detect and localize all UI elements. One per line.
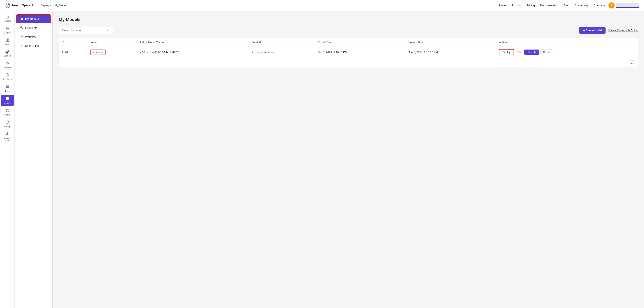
sidebar-label-deploy: Deploy bbox=[4, 102, 10, 104]
sidebar-label-models: Models bbox=[4, 20, 11, 22]
cell-version: v0-Thu Jun 06 03:16:14 GMT 20... bbox=[137, 47, 248, 58]
table-row: 1170 hf_model v0-Thu Jun 06 03:16:14 GMT… bbox=[59, 47, 638, 58]
svg-rect-17 bbox=[6, 98, 9, 99]
svg-rect-15 bbox=[6, 88, 9, 88]
search-icon bbox=[107, 29, 110, 32]
job-store-icon bbox=[6, 73, 9, 77]
sidebar-item-models[interactable]: ⊞ Models bbox=[1, 13, 14, 24]
nav-community[interactable]: Community bbox=[574, 4, 588, 7]
svg-rect-18 bbox=[6, 99, 9, 100]
studio-icon bbox=[6, 38, 9, 43]
sidebar-label-train: Train bbox=[5, 90, 10, 92]
svg-rect-13 bbox=[6, 86, 9, 86]
nav-documentation[interactable]: Documentation bbox=[540, 4, 558, 7]
sidebar-item-job-store[interactable]: Job Store bbox=[1, 71, 14, 82]
user-name-area bbox=[616, 3, 639, 8]
svg-point-19 bbox=[7, 110, 8, 111]
svg-rect-16 bbox=[6, 97, 9, 98]
launch-icon: 🚀 bbox=[5, 50, 10, 54]
sidebar-item-share-earn[interactable]: Share & Earn bbox=[1, 130, 14, 144]
sidebar-item-studio[interactable]: Studio bbox=[1, 36, 14, 48]
table-body: 1170 hf_model v0-Thu Jun 06 03:16:14 GMT… bbox=[59, 47, 638, 58]
svg-point-29 bbox=[7, 132, 8, 134]
nav-company[interactable]: Company bbox=[594, 4, 605, 7]
nav-product[interactable]: Product bbox=[512, 4, 521, 7]
sidebar-label-storage: Storage bbox=[4, 125, 11, 128]
create-model-cli-button[interactable]: Create Model with CLI ↗ bbox=[608, 29, 638, 32]
deploy-button[interactable]: Deploy bbox=[499, 49, 514, 55]
breadcrumb: Deploy ▾ / My Models bbox=[40, 4, 68, 7]
models-table: ID Name Latest Model Version Created Cre… bbox=[59, 38, 638, 58]
search-input[interactable] bbox=[62, 29, 105, 32]
breadcrumb-dropdown-icon: ▾ bbox=[50, 4, 52, 7]
avatar[interactable]: T bbox=[608, 2, 614, 9]
svg-point-20 bbox=[6, 109, 6, 110]
svg-point-21 bbox=[8, 109, 9, 110]
top-navigation: TensorOpera AI Deploy ▾ / My Models Home… bbox=[0, 0, 644, 11]
create-model-button[interactable]: + Create Model bbox=[579, 27, 606, 34]
share-earn-icon bbox=[6, 132, 9, 136]
svg-text:T: T bbox=[611, 4, 612, 7]
sub-item-my-models[interactable]: ★ My Models bbox=[16, 14, 51, 24]
app-body: ⊞ Models AI Agent Studio 🚀 Launch Comput… bbox=[0, 11, 644, 308]
sub-item-user-guide[interactable]: User Guide bbox=[16, 42, 51, 50]
svg-point-1 bbox=[6, 4, 7, 5]
svg-rect-14 bbox=[6, 87, 9, 87]
model-name-link[interactable]: hf_model bbox=[90, 50, 106, 55]
sidebar-item-deploy[interactable]: Deploy bbox=[1, 95, 14, 106]
col-name: Name bbox=[87, 38, 137, 47]
sidebar-item-storage[interactable]: Storage bbox=[1, 118, 14, 130]
svg-point-7 bbox=[6, 29, 7, 30]
user-underline bbox=[616, 7, 639, 8]
compute-icon bbox=[6, 61, 9, 66]
breadcrumb-current: My Models bbox=[55, 4, 68, 7]
cell-name: hf_model bbox=[87, 47, 137, 58]
breadcrumb-separator: / bbox=[53, 4, 54, 7]
nav-pricing[interactable]: Pricing bbox=[526, 4, 535, 7]
svg-point-8 bbox=[8, 29, 8, 30]
publish-button[interactable]: Publish bbox=[524, 50, 539, 55]
svg-point-6 bbox=[6, 27, 8, 29]
svg-point-2 bbox=[8, 4, 9, 5]
col-create-time: Create Time bbox=[315, 38, 405, 47]
sub-label-endpoints: Endpoints bbox=[25, 27, 37, 30]
col-version: Latest Model Version bbox=[137, 38, 248, 47]
sidebar-label-job-store: Job Store bbox=[3, 78, 12, 81]
svg-point-23 bbox=[8, 111, 9, 112]
sub-label-my-models: My Models bbox=[25, 18, 39, 21]
user-guide-sub-icon bbox=[20, 44, 23, 48]
svg-line-24 bbox=[6, 110, 7, 110]
train-icon bbox=[6, 85, 9, 89]
delete-button[interactable]: Delete bbox=[540, 49, 554, 55]
sidebar-label-launch: Launch bbox=[4, 55, 11, 57]
svg-point-28 bbox=[6, 121, 9, 122]
sub-sidebar: ★ My Models Endpoints Workflow User Guid… bbox=[15, 11, 52, 308]
page-title: My Models bbox=[59, 17, 638, 22]
edit-button[interactable]: Edit bbox=[516, 50, 523, 55]
sidebar-item-federate[interactable]: Federate bbox=[1, 106, 14, 118]
ai-agent-icon bbox=[6, 26, 9, 31]
svg-line-32 bbox=[109, 31, 110, 31]
sub-item-workflow[interactable]: Workflow bbox=[16, 33, 51, 41]
page-number: 1 bbox=[629, 60, 635, 65]
deploy-icon bbox=[6, 97, 9, 101]
sidebar-item-train[interactable]: Train bbox=[1, 83, 14, 94]
logo[interactable]: TensorOpera AI bbox=[5, 3, 34, 8]
models-icon: ⊞ bbox=[6, 15, 9, 19]
breadcrumb-parent[interactable]: Deploy bbox=[40, 4, 49, 7]
sidebar-item-launch[interactable]: 🚀 Launch bbox=[1, 48, 14, 59]
user-name-placeholder bbox=[616, 3, 639, 7]
nav-home[interactable]: Home bbox=[499, 4, 506, 7]
col-id: ID bbox=[59, 38, 87, 47]
svg-point-3 bbox=[7, 6, 8, 7]
sidebar-item-ai-agent[interactable]: AI Agent bbox=[1, 24, 14, 36]
table-header: ID Name Latest Model Version Created Cre… bbox=[59, 38, 638, 47]
nav-blog[interactable]: Blog bbox=[564, 4, 569, 7]
sidebar-item-compute[interactable]: Compute bbox=[1, 59, 14, 71]
svg-line-25 bbox=[8, 110, 8, 110]
storage-icon bbox=[6, 120, 9, 125]
my-models-sub-icon: ★ bbox=[20, 17, 23, 21]
cell-actions: Deploy Edit Publish Delete bbox=[496, 47, 638, 58]
sub-item-endpoints[interactable]: Endpoints bbox=[16, 24, 51, 32]
main-content: My Models + Create Model Create Model wi… bbox=[52, 11, 644, 308]
